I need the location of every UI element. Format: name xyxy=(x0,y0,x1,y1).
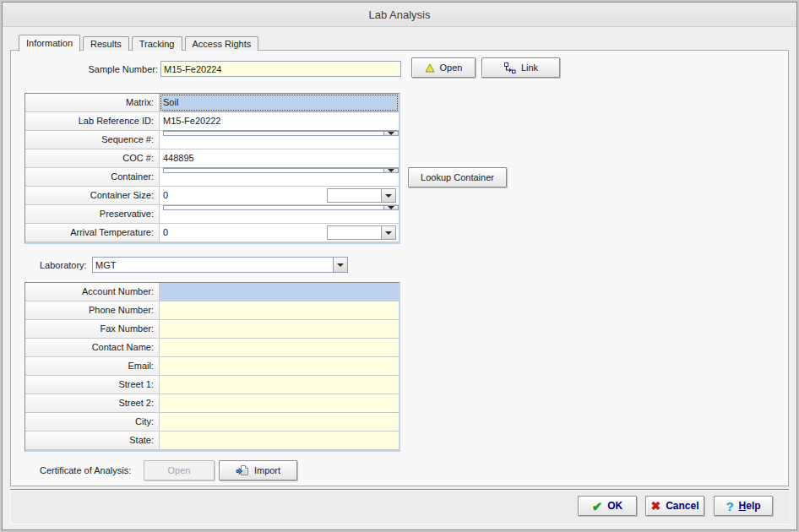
row-value-text: 448895 xyxy=(163,153,194,163)
row-label: Preservative: xyxy=(25,205,160,223)
certificate-label: Certificate of Analysis: xyxy=(40,465,131,475)
table-row: Container Size: 0 xyxy=(25,187,399,205)
table-row: Phone Number: xyxy=(25,301,399,320)
row-value-text: M15-Fe20222 xyxy=(163,116,221,126)
help-label: Help xyxy=(739,500,761,512)
link-icon xyxy=(503,62,516,74)
row-dropdown[interactable] xyxy=(163,168,399,173)
table-row: Container: xyxy=(25,168,399,187)
row-dropdown[interactable] xyxy=(163,131,399,136)
row-value-cell[interactable] xyxy=(160,168,399,186)
footer-panel: ✔ OK ✖ Cancel ? Help xyxy=(10,489,789,524)
chevron-down-icon[interactable] xyxy=(333,258,347,272)
ok-button[interactable]: ✔ OK xyxy=(578,496,637,516)
certificate-open-button[interactable]: Open xyxy=(144,460,215,480)
window-title: Lab Analysis xyxy=(369,8,431,21)
chevron-down-icon[interactable] xyxy=(383,169,398,172)
row-label: Street 1: xyxy=(25,376,160,394)
chevron-down-icon[interactable] xyxy=(381,226,395,239)
row-dropdown[interactable] xyxy=(163,205,399,210)
x-icon: ✖ xyxy=(650,500,660,512)
chevron-down-icon[interactable] xyxy=(381,189,395,202)
table-row: City: xyxy=(25,413,399,432)
row-label: Email: xyxy=(25,357,160,375)
warning-triangle-icon xyxy=(425,63,435,73)
laboratory-label: Laboratory: xyxy=(40,260,87,270)
table-row: Matrix: Soil xyxy=(25,94,399,112)
row-value-cell[interactable] xyxy=(160,432,399,449)
link-button[interactable]: Link xyxy=(481,57,560,78)
sample-details-table: Matrix: Soil Lab Reference ID: M15-Fe202… xyxy=(24,93,400,244)
open-sample-button[interactable]: Open xyxy=(411,57,476,78)
row-dropdown[interactable] xyxy=(327,225,396,240)
lab-analysis-dialog: Lab Analysis InformationResultsTrackingA… xyxy=(0,0,799,532)
title-bar: Lab Analysis xyxy=(3,3,796,27)
row-value-text: 0 xyxy=(163,190,168,200)
row-dropdown[interactable] xyxy=(327,188,396,203)
row-label: Phone Number: xyxy=(25,301,160,319)
row-label: Arrival Temperature: xyxy=(25,224,160,242)
row-value-cell[interactable]: 0 xyxy=(160,187,399,204)
row-value-text: 0 xyxy=(163,227,168,237)
table-row: COC #: 448895 xyxy=(25,149,399,168)
table-row: State: xyxy=(25,432,399,450)
row-label: Matrix: xyxy=(25,94,160,111)
table-row: Account Number: xyxy=(25,283,399,301)
row-label: City: xyxy=(25,413,160,431)
link-label: Link xyxy=(521,62,538,73)
row-value-cell[interactable]: M15-Fe20222 xyxy=(160,112,399,130)
tab[interactable]: Tracking xyxy=(132,36,182,51)
row-value-cell[interactable]: Soil xyxy=(160,94,399,111)
cancel-label: Cancel xyxy=(666,500,698,512)
tab[interactable]: Results xyxy=(83,36,129,51)
certificate-import-label: Import xyxy=(254,465,280,475)
row-label: State: xyxy=(25,432,160,449)
row-label: Container Size: xyxy=(25,187,160,204)
row-label: Sequence #: xyxy=(25,131,160,149)
row-value-cell[interactable] xyxy=(160,205,399,223)
row-value-cell[interactable] xyxy=(160,339,399,356)
row-label: Fax Number: xyxy=(25,320,160,338)
ok-label: OK xyxy=(607,500,622,512)
check-icon: ✔ xyxy=(592,500,603,513)
certificate-open-label: Open xyxy=(168,465,191,475)
chevron-down-icon[interactable] xyxy=(383,206,398,209)
lookup-container-button[interactable]: Lookup Container xyxy=(408,167,507,187)
table-row: Lab Reference ID: M15-Fe20222 xyxy=(25,112,399,131)
sample-number-label: Sample Number: xyxy=(19,64,158,74)
row-value-cell[interactable]: 448895 xyxy=(160,149,399,167)
lookup-container-label: Lookup Container xyxy=(421,172,494,182)
row-value-cell[interactable] xyxy=(160,283,399,301)
row-value-cell[interactable] xyxy=(160,131,399,149)
open-sample-label: Open xyxy=(440,62,463,73)
table-row: Street 1: xyxy=(25,376,399,394)
laboratory-dropdown[interactable]: MGT xyxy=(92,257,348,273)
help-button[interactable]: ? Help xyxy=(714,496,773,516)
row-value-cell[interactable] xyxy=(160,394,399,412)
table-row: Street 2: xyxy=(25,394,399,413)
row-value-cell[interactable] xyxy=(160,357,399,375)
chevron-down-icon[interactable] xyxy=(383,132,398,135)
row-label: Account Number: xyxy=(25,283,160,301)
row-value-cell[interactable]: 0 xyxy=(160,224,399,242)
table-row: Arrival Temperature: 0 xyxy=(25,224,399,242)
row-value-cell[interactable] xyxy=(160,301,399,319)
row-label: Street 2: xyxy=(25,394,160,412)
row-label: Lab Reference ID: xyxy=(25,112,160,130)
tab-strip: InformationResultsTrackingAccess Rights xyxy=(19,35,258,51)
cancel-button[interactable]: ✖ Cancel xyxy=(645,496,704,516)
row-label: COC #: xyxy=(25,149,160,167)
laboratory-value: MGT xyxy=(93,260,333,270)
row-value-cell[interactable] xyxy=(160,413,399,431)
sample-number-input[interactable] xyxy=(160,61,401,77)
row-value-cell[interactable] xyxy=(160,376,399,394)
import-icon xyxy=(236,464,249,477)
tab[interactable]: Information xyxy=(19,35,80,52)
row-value-cell[interactable] xyxy=(160,320,399,338)
row-value-text: Soil xyxy=(163,97,178,107)
laboratory-details-table: Account Number: Phone Number: Fax Number… xyxy=(24,282,400,452)
certificate-import-button[interactable]: Import xyxy=(219,460,297,480)
tab[interactable]: Access Rights xyxy=(185,36,259,51)
table-row: Contact Name: xyxy=(25,339,399,357)
question-mark-icon: ? xyxy=(726,500,733,513)
